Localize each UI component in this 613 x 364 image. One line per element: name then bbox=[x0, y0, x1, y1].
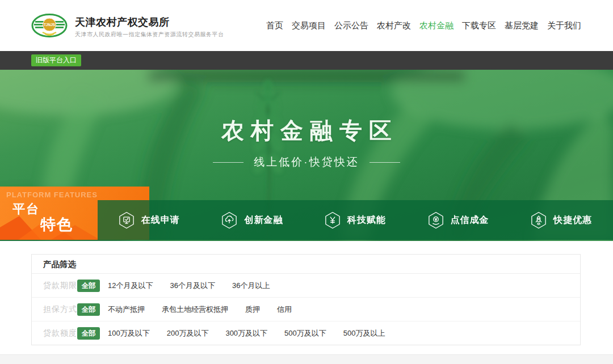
subtitle-left-line bbox=[213, 162, 243, 163]
page: TJNJS 天津农村产权交易所 天津市人民政府唯一指定集体资产资源流转交易服务平… bbox=[0, 0, 613, 364]
filter-option[interactable]: 12个月及以下 bbox=[108, 281, 153, 291]
nav-item[interactable]: 农村金融 bbox=[419, 20, 454, 31]
online-apply-icon bbox=[119, 211, 135, 229]
filter-options: 12个月及以下36个月及以下36个月以上 bbox=[108, 281, 270, 291]
platform-features-title-line1: 平台 bbox=[12, 201, 40, 218]
filter-row-loan-amount: 贷款额度 全部 100万及以下200万及以下300万及以下500万及以下500万… bbox=[32, 321, 580, 345]
brand-title: 天津农村产权交易所 bbox=[75, 15, 170, 29]
filter-row-guarantee: 担保方式 全部 不动产抵押承包土地经营权抵押质押信用 bbox=[32, 298, 580, 321]
all-filter-button[interactable]: 全部 bbox=[77, 327, 100, 340]
subtitle-right-line bbox=[370, 162, 400, 163]
platform-features-eyebrow: PLATFORM FEATURES bbox=[6, 191, 98, 199]
filter-option[interactable]: 信用 bbox=[277, 304, 292, 315]
platform-features-title-line2: 特色 bbox=[40, 214, 73, 235]
nav-item[interactable]: 交易项目 bbox=[292, 20, 326, 31]
credit-coin-icon bbox=[428, 211, 444, 229]
filter-options: 不动产抵押承包土地经营权抵押质押信用 bbox=[108, 304, 292, 315]
filter-option[interactable]: 不动产抵押 bbox=[108, 304, 145, 315]
brand-subtitle: 天津市人民政府唯一指定集体资产资源流转交易服务平台 bbox=[75, 31, 224, 39]
svg-text:TJNJS: TJNJS bbox=[44, 23, 56, 27]
filter-option[interactable]: 36个月以上 bbox=[232, 281, 270, 291]
feature-tech-empower[interactable]: 科技赋能 bbox=[304, 200, 407, 240]
filter-label: 贷款期限 bbox=[43, 281, 77, 291]
feature-innovative-finance[interactable]: 创新金融 bbox=[201, 200, 304, 240]
filter-option[interactable]: 300万及以下 bbox=[225, 328, 267, 338]
filter-label: 担保方式 bbox=[43, 304, 77, 315]
tjnjs-logo-icon: TJNJS bbox=[31, 14, 68, 37]
banner-title: 农村金融专区 bbox=[0, 115, 613, 146]
secondary-topbar: 旧版平台入口 bbox=[0, 51, 613, 70]
filter-card-title: 产品筛选 bbox=[32, 255, 580, 274]
product-filter-card: 产品筛选 贷款期限 全部 12个月及以下36个月及以下36个月以上 担保方式 全… bbox=[31, 254, 581, 345]
filter-label: 贷款额度 bbox=[43, 328, 77, 338]
filter-row-loan-term: 贷款期限 全部 12个月及以下36个月及以下36个月以上 bbox=[32, 274, 580, 298]
feature-credit-gold[interactable]: 点信成金 bbox=[407, 200, 510, 240]
filter-option[interactable]: 100万及以下 bbox=[108, 328, 150, 338]
nav-item[interactable]: 首页 bbox=[266, 20, 283, 31]
yuan-tech-icon bbox=[325, 211, 341, 229]
all-filter-button[interactable]: 全部 bbox=[77, 280, 100, 292]
cloud-finance-icon bbox=[221, 211, 237, 229]
nav-item[interactable]: 农村产改 bbox=[377, 20, 411, 31]
old-platform-entry-button[interactable]: 旧版平台入口 bbox=[31, 54, 81, 66]
rocket-icon bbox=[531, 211, 547, 229]
filter-option[interactable]: 承包土地经营权抵押 bbox=[162, 304, 228, 315]
feature-bar: 在线申请 创新金融 科技赋能 点信成金 bbox=[98, 200, 613, 240]
filter-option[interactable]: 质押 bbox=[245, 304, 260, 315]
feature-quick-discount[interactable]: 快捷优惠 bbox=[510, 200, 613, 240]
main-nav: 首页交易项目公示公告农村产改农村金融下载专区基层党建关于我们 bbox=[266, 0, 581, 51]
nav-item[interactable]: 公示公告 bbox=[334, 20, 368, 31]
all-filter-button[interactable]: 全部 bbox=[77, 303, 100, 316]
banner-subtitle: 线上低价·快贷快还 bbox=[254, 155, 359, 170]
filter-option[interactable]: 500万及以上 bbox=[343, 328, 385, 338]
feature-online-apply[interactable]: 在线申请 bbox=[98, 200, 201, 240]
nav-item[interactable]: 下载专区 bbox=[462, 20, 496, 31]
nav-item[interactable]: 基层党建 bbox=[505, 20, 539, 31]
filter-option[interactable]: 200万及以下 bbox=[167, 328, 209, 338]
filter-options: 100万及以下200万及以下300万及以下500万及以下500万及以上 bbox=[108, 328, 385, 338]
nav-item[interactable]: 关于我们 bbox=[547, 20, 581, 31]
banner-subtitle-row: 线上低价·快贷快还 bbox=[0, 155, 613, 170]
filter-option[interactable]: 500万及以下 bbox=[284, 328, 326, 338]
footer-strip bbox=[0, 354, 613, 364]
filter-option[interactable]: 36个月及以下 bbox=[170, 281, 215, 291]
site-header: TJNJS 天津农村产权交易所 天津市人民政府唯一指定集体资产资源流转交易服务平… bbox=[0, 0, 613, 51]
